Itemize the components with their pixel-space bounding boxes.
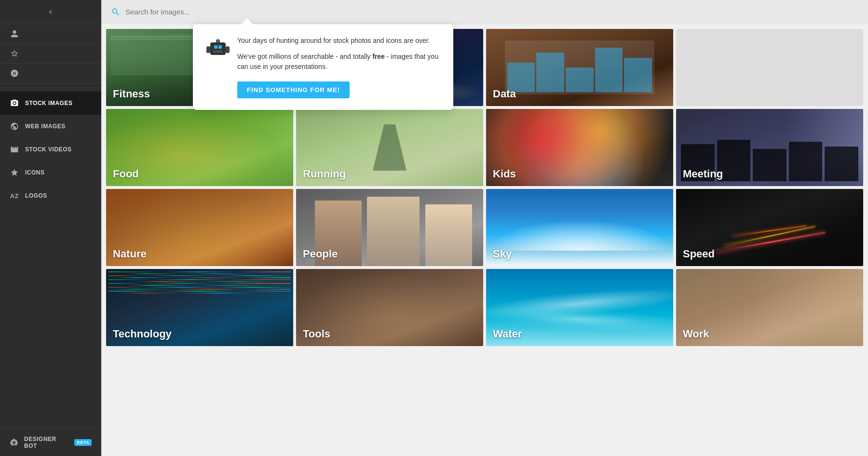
sidebar-toggle-button[interactable] (0, 0, 101, 24)
sidebar-item-favorites[interactable] (0, 44, 101, 64)
grid-item-data[interactable]: Data (486, 29, 673, 106)
search-input[interactable] (125, 8, 858, 16)
sidebar-item-profile[interactable] (0, 24, 101, 44)
sidebar: STOCK IMAGES WEB IMAGES STOCK VIDEOS ICO… (0, 0, 101, 456)
svg-rect-1 (214, 45, 217, 49)
sidebar-item-logos[interactable]: AZ LOGOS (0, 184, 101, 207)
svg-rect-0 (210, 42, 226, 55)
star-outline-icon (10, 49, 19, 58)
grid-item-label: Data (493, 88, 516, 100)
grid-item-label: Meeting (683, 168, 723, 180)
grid-item-placeholder (676, 29, 863, 106)
tooltip-popup: Your days of hunting around for stock ph… (193, 24, 453, 110)
grid-item-nature[interactable]: Nature (106, 189, 293, 266)
svg-point-5 (217, 39, 219, 40)
robot-illustration (206, 36, 230, 61)
grid-item-label: People (303, 248, 338, 260)
grid-item-label: Technology (113, 328, 172, 340)
creative-icon (10, 68, 19, 78)
grid-item-label: Work (683, 328, 709, 340)
grid-item-label: Speed (683, 248, 715, 260)
grid-item-sky[interactable]: Sky (486, 189, 673, 266)
az-icon: AZ (10, 191, 19, 201)
grid-item-label: Food (113, 168, 139, 180)
svg-rect-7 (226, 46, 230, 53)
search-bar (101, 0, 868, 24)
grid-item-label: Water (493, 328, 522, 340)
sidebar-item-stock-images[interactable]: STOCK IMAGES (0, 92, 101, 115)
grid-item-technology[interactable]: Technology (106, 269, 293, 346)
person-icon (10, 29, 19, 39)
globe-icon (10, 121, 19, 131)
sidebar-item-designer-bot[interactable]: DESIGNER BOT BETA (0, 429, 101, 456)
sidebar-item-label: LOGOS (25, 192, 47, 199)
main-content: Your days of hunting around for stock ph… (101, 0, 868, 456)
grid-item-running[interactable]: Running (296, 109, 483, 186)
sidebar-item-label: STOCK VIDEOS (25, 146, 71, 153)
film-icon (10, 145, 19, 154)
grid-item-water[interactable]: Water (486, 269, 673, 346)
chevron-left-icon (47, 8, 54, 16)
grid-item-label: Running (303, 168, 346, 180)
grid-item-work[interactable]: Work (676, 269, 863, 346)
grid-item-label: Tools (303, 328, 330, 340)
sidebar-item-web-images[interactable]: WEB IMAGES (0, 115, 101, 138)
grid-item-label: Nature (113, 248, 147, 260)
robot-large-icon (206, 36, 230, 59)
grid-item-label: Sky (493, 248, 512, 260)
grid-item-people[interactable]: People (296, 189, 483, 266)
grid-item-food[interactable]: Food (106, 109, 293, 186)
svg-rect-6 (206, 46, 210, 53)
sidebar-item-creative[interactable] (0, 64, 101, 83)
grid-item-tools[interactable]: Tools (296, 269, 483, 346)
grid-item-kids[interactable]: Kids (486, 109, 673, 186)
find-something-button[interactable]: FIND SOMETHING FOR ME! (237, 81, 350, 98)
sidebar-item-label: WEB IMAGES (25, 123, 66, 130)
camera-icon (10, 98, 19, 108)
sidebar-item-icons[interactable]: ICONS (0, 161, 101, 184)
grid-item-label: Fitness (113, 88, 150, 100)
tooltip-line2: We've got millions of searchable - and t… (237, 52, 440, 72)
tooltip-line1: Your days of hunting around for stock ph… (237, 36, 440, 46)
svg-rect-3 (213, 51, 223, 53)
sidebar-item-label: DESIGNER BOT (24, 436, 67, 449)
tooltip-text-content: Your days of hunting around for stock ph… (237, 36, 440, 98)
robot-icon (10, 438, 18, 447)
search-icon (111, 7, 121, 17)
svg-rect-2 (218, 45, 222, 49)
sidebar-item-label: ICONS (25, 169, 45, 176)
star-icon (10, 168, 19, 177)
sidebar-item-label: STOCK IMAGES (25, 100, 72, 107)
grid-item-label: Kids (493, 168, 516, 180)
grid-item-meeting[interactable]: Meeting (676, 109, 863, 186)
sidebar-item-stock-videos[interactable]: STOCK VIDEOS (0, 138, 101, 161)
beta-badge: BETA (74, 439, 92, 446)
grid-item-speed[interactable]: Speed (676, 189, 863, 266)
